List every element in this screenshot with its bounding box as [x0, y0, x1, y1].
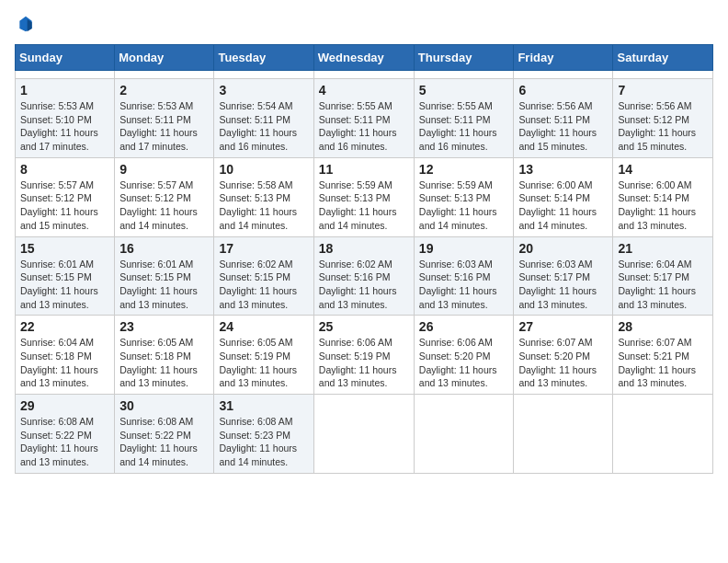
day-number: 6 — [518, 83, 608, 98]
empty-cell — [414, 71, 514, 79]
day-info: Sunrise: 5:59 AMSunset: 5:13 PMDaylight:… — [319, 179, 397, 231]
day-info: Sunrise: 6:06 AMSunset: 5:20 PMDaylight:… — [419, 337, 497, 388]
day-number: 17 — [219, 241, 308, 256]
day-number: 20 — [518, 241, 608, 256]
day-of-week-header: Tuesday — [214, 45, 313, 71]
day-number: 5 — [419, 83, 509, 98]
day-info: Sunrise: 6:07 AMSunset: 5:21 PMDaylight:… — [618, 337, 696, 388]
day-number: 13 — [518, 162, 608, 177]
day-of-week-header: Monday — [115, 45, 214, 71]
day-of-week-header: Thursday — [414, 45, 514, 71]
calendar-day-cell: 1 Sunrise: 5:53 AMSunset: 5:10 PMDayligh… — [16, 79, 115, 158]
day-of-week-header: Wednesday — [313, 45, 414, 71]
empty-cell — [514, 71, 613, 79]
day-number: 11 — [319, 162, 409, 177]
empty-cell — [414, 395, 514, 474]
calendar-week-row: 8 Sunrise: 5:57 AMSunset: 5:12 PMDayligh… — [16, 157, 713, 236]
day-number: 23 — [119, 319, 209, 334]
calendar-day-cell: 3 Sunrise: 5:54 AMSunset: 5:11 PMDayligh… — [214, 79, 313, 158]
calendar-day-cell: 17 Sunrise: 6:02 AMSunset: 5:15 PMDaylig… — [214, 236, 313, 316]
day-info: Sunrise: 6:08 AMSunset: 5:22 PMDaylight:… — [20, 416, 98, 467]
calendar-day-cell: 30 Sunrise: 6:08 AMSunset: 5:22 PMDaylig… — [115, 395, 214, 474]
day-info: Sunrise: 5:53 AMSunset: 5:10 PMDaylight:… — [20, 100, 98, 152]
day-info: Sunrise: 6:01 AMSunset: 5:15 PMDaylight:… — [20, 259, 98, 310]
day-number: 8 — [20, 162, 109, 177]
day-info: Sunrise: 6:00 AMSunset: 5:14 PMDaylight:… — [618, 179, 696, 231]
calendar-day-cell: 12 Sunrise: 5:59 AMSunset: 5:13 PMDaylig… — [414, 157, 514, 236]
calendar-day-cell: 24 Sunrise: 6:05 AMSunset: 5:19 PMDaylig… — [214, 316, 313, 395]
day-info: Sunrise: 5:58 AMSunset: 5:13 PMDaylight:… — [219, 179, 297, 231]
empty-cell — [16, 71, 115, 79]
day-of-week-header: Saturday — [613, 45, 713, 71]
day-info: Sunrise: 6:04 AMSunset: 5:17 PMDaylight:… — [618, 259, 696, 310]
day-info: Sunrise: 6:07 AMSunset: 5:20 PMDaylight:… — [518, 337, 597, 388]
day-number: 22 — [20, 319, 109, 334]
day-number: 9 — [119, 162, 209, 177]
day-of-week-header: Sunday — [16, 45, 115, 71]
day-info: Sunrise: 6:02 AMSunset: 5:16 PMDaylight:… — [319, 259, 397, 310]
day-info: Sunrise: 6:05 AMSunset: 5:18 PMDaylight:… — [119, 337, 198, 388]
day-info: Sunrise: 5:56 AMSunset: 5:11 PMDaylight:… — [518, 100, 597, 152]
day-number: 25 — [319, 319, 409, 334]
day-number: 31 — [219, 398, 308, 413]
day-number: 30 — [119, 398, 209, 413]
day-info: Sunrise: 5:56 AMSunset: 5:12 PMDaylight:… — [618, 100, 696, 152]
day-info: Sunrise: 6:00 AMSunset: 5:14 PMDaylight:… — [518, 179, 597, 231]
day-number: 2 — [119, 83, 209, 98]
calendar-day-cell: 9 Sunrise: 5:57 AMSunset: 5:12 PMDayligh… — [115, 157, 214, 236]
calendar-day-cell: 21 Sunrise: 6:04 AMSunset: 5:17 PMDaylig… — [613, 236, 713, 316]
calendar-day-cell: 10 Sunrise: 5:58 AMSunset: 5:13 PMDaylig… — [214, 157, 313, 236]
calendar-day-cell: 2 Sunrise: 5:53 AMSunset: 5:11 PMDayligh… — [115, 79, 214, 158]
day-of-week-header: Friday — [514, 45, 613, 71]
calendar-day-cell: 28 Sunrise: 6:07 AMSunset: 5:21 PMDaylig… — [613, 316, 713, 395]
day-number: 4 — [319, 83, 409, 98]
page-header — [15, 15, 713, 33]
day-number: 27 — [518, 319, 608, 334]
empty-cell — [613, 71, 713, 79]
day-number: 14 — [618, 162, 708, 177]
calendar-header-row: SundayMondayTuesdayWednesdayThursdayFrid… — [16, 45, 713, 71]
day-number: 28 — [618, 319, 708, 334]
day-number: 10 — [219, 162, 308, 177]
day-info: Sunrise: 5:53 AMSunset: 5:11 PMDaylight:… — [119, 100, 198, 152]
day-info: Sunrise: 5:57 AMSunset: 5:12 PMDaylight:… — [20, 179, 98, 231]
calendar-day-cell: 14 Sunrise: 6:00 AMSunset: 5:14 PMDaylig… — [613, 157, 713, 236]
calendar-day-cell: 8 Sunrise: 5:57 AMSunset: 5:12 PMDayligh… — [16, 157, 115, 236]
calendar-day-cell: 7 Sunrise: 5:56 AMSunset: 5:12 PMDayligh… — [613, 79, 713, 158]
calendar-day-cell: 16 Sunrise: 6:01 AMSunset: 5:15 PMDaylig… — [115, 236, 214, 316]
day-info: Sunrise: 6:05 AMSunset: 5:19 PMDaylight:… — [219, 337, 297, 388]
calendar-week-row: 22 Sunrise: 6:04 AMSunset: 5:18 PMDaylig… — [16, 316, 713, 395]
day-number: 29 — [20, 398, 109, 413]
calendar-day-cell: 5 Sunrise: 5:55 AMSunset: 5:11 PMDayligh… — [414, 79, 514, 158]
empty-cell — [214, 71, 313, 79]
day-info: Sunrise: 6:02 AMSunset: 5:15 PMDaylight:… — [219, 259, 297, 310]
day-info: Sunrise: 5:54 AMSunset: 5:11 PMDaylight:… — [219, 100, 297, 152]
day-number: 12 — [419, 162, 509, 177]
day-number: 15 — [20, 241, 109, 256]
day-number: 3 — [219, 83, 308, 98]
empty-cell — [313, 395, 414, 474]
calendar-day-cell: 13 Sunrise: 6:00 AMSunset: 5:14 PMDaylig… — [514, 157, 613, 236]
calendar-week-row: 1 Sunrise: 5:53 AMSunset: 5:10 PMDayligh… — [16, 79, 713, 158]
day-info: Sunrise: 5:55 AMSunset: 5:11 PMDaylight:… — [419, 100, 497, 152]
day-info: Sunrise: 6:04 AMSunset: 5:18 PMDaylight:… — [20, 337, 98, 388]
calendar-day-cell: 31 Sunrise: 6:08 AMSunset: 5:23 PMDaylig… — [214, 395, 313, 474]
empty-cell — [313, 71, 414, 79]
day-info: Sunrise: 6:01 AMSunset: 5:15 PMDaylight:… — [119, 259, 198, 310]
calendar-day-cell: 19 Sunrise: 6:03 AMSunset: 5:16 PMDaylig… — [414, 236, 514, 316]
day-info: Sunrise: 5:59 AMSunset: 5:13 PMDaylight:… — [419, 179, 497, 231]
day-number: 21 — [618, 241, 708, 256]
calendar-day-cell: 11 Sunrise: 5:59 AMSunset: 5:13 PMDaylig… — [313, 157, 414, 236]
calendar-day-cell: 15 Sunrise: 6:01 AMSunset: 5:15 PMDaylig… — [16, 236, 115, 316]
calendar-day-cell: 4 Sunrise: 5:55 AMSunset: 5:11 PMDayligh… — [313, 79, 414, 158]
day-number: 18 — [319, 241, 409, 256]
logo — [15, 15, 35, 33]
day-number: 16 — [119, 241, 209, 256]
calendar-day-cell: 22 Sunrise: 6:04 AMSunset: 5:18 PMDaylig… — [16, 316, 115, 395]
empty-cell — [613, 395, 713, 474]
calendar-day-cell: 26 Sunrise: 6:06 AMSunset: 5:20 PMDaylig… — [414, 316, 514, 395]
day-number: 24 — [219, 319, 308, 334]
day-info: Sunrise: 6:03 AMSunset: 5:16 PMDaylight:… — [419, 259, 497, 310]
day-number: 19 — [419, 241, 509, 256]
calendar-day-cell: 27 Sunrise: 6:07 AMSunset: 5:20 PMDaylig… — [514, 316, 613, 395]
